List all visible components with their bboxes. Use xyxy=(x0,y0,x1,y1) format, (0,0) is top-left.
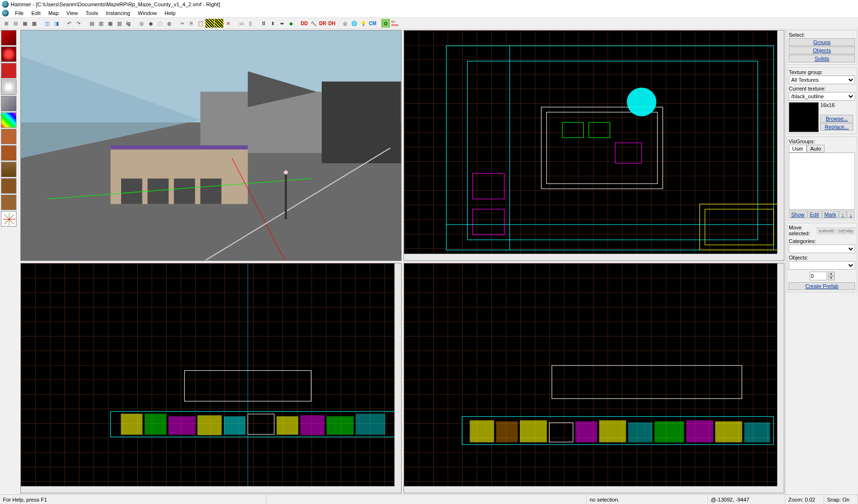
cordon-new-icon[interactable]: ◎ xyxy=(137,19,146,28)
ig-label-icon[interactable]: ig xyxy=(124,19,133,28)
visgroup-show-button[interactable]: Show xyxy=(789,211,807,218)
world-icon[interactable]: 🌐 xyxy=(350,19,359,28)
svg-rect-19 xyxy=(285,173,287,219)
tl-icon[interactable]: tl xyxy=(259,19,268,28)
svg-rect-60 xyxy=(744,422,769,442)
viewport-right[interactable] xyxy=(404,263,785,494)
redo-icon[interactable]: ↷ xyxy=(74,19,83,28)
decal-tool[interactable] xyxy=(1,145,16,161)
svg-rect-34 xyxy=(615,143,641,163)
viewport-3d[interactable] xyxy=(20,30,402,261)
toworld-button[interactable]: toWorld xyxy=(817,228,836,234)
cut-icon[interactable]: ✂ xyxy=(178,19,187,28)
status-selection: no selection. xyxy=(587,495,708,504)
toggle-select-icon[interactable]: ▧ xyxy=(115,19,124,28)
radius-icon[interactable]: ◍ xyxy=(165,19,173,28)
menu-help[interactable]: Help xyxy=(161,10,179,16)
scrollbar-v[interactable] xyxy=(777,263,784,487)
toggle-group-icon[interactable]: ▤ xyxy=(87,19,96,28)
visgroup-tab-auto[interactable]: Auto xyxy=(807,145,825,153)
hazard-icon[interactable] xyxy=(205,19,214,28)
dd-icon[interactable]: DD xyxy=(300,19,309,28)
select-solids-button[interactable]: Solids xyxy=(789,55,855,62)
toggle-cordon-icon[interactable]: ▥ xyxy=(96,19,105,28)
menu-tools[interactable]: Tools xyxy=(82,10,102,16)
scrollbar-h[interactable] xyxy=(404,486,778,493)
cordon-del-icon[interactable]: ◌ xyxy=(156,19,164,28)
visgroup-tab-user[interactable]: User xyxy=(789,145,807,153)
overlay-tool[interactable] xyxy=(1,162,16,177)
browse-button[interactable]: Browse... xyxy=(820,115,853,122)
cm-icon[interactable]: CM xyxy=(368,19,377,28)
visgroup-up-button[interactable]: ↑ xyxy=(839,211,847,218)
carve-icon[interactable]: ◫ xyxy=(43,19,51,28)
apply-texture-tool[interactable] xyxy=(1,129,16,144)
grid-larger-icon[interactable]: ⊟ xyxy=(11,19,20,28)
entity-tool[interactable] xyxy=(1,79,16,95)
menu-window[interactable]: Window xyxy=(135,10,160,16)
cordon-edit-icon[interactable]: ◉ xyxy=(146,19,155,28)
paste-icon[interactable]: 📋 xyxy=(196,19,205,28)
menu-file[interactable]: File xyxy=(12,10,27,16)
objects-select[interactable] xyxy=(789,261,855,270)
dr-icon[interactable]: DR xyxy=(318,19,327,28)
visgroups-list[interactable] xyxy=(789,153,855,210)
cross-icon[interactable]: ✕ xyxy=(224,19,233,28)
sel-center-icon[interactable]: ▯ xyxy=(246,19,255,28)
copy-icon[interactable]: ⎘ xyxy=(187,19,196,28)
sprinkle-icon[interactable]: ✿ xyxy=(381,19,390,28)
render-mode-icon[interactable]: ◆ xyxy=(287,19,296,28)
texture-tool[interactable] xyxy=(1,112,16,128)
nodraw-icon[interactable]: nodraw xyxy=(390,19,399,28)
select-groups-button[interactable]: Groups xyxy=(789,38,855,46)
faces-input[interactable] xyxy=(810,272,827,280)
scrollbar-v[interactable] xyxy=(777,31,784,254)
hazard2-icon[interactable] xyxy=(215,19,223,28)
grid-3d-icon[interactable]: ▩ xyxy=(30,19,38,28)
camera-tool[interactable] xyxy=(1,63,16,78)
viewport-top[interactable] xyxy=(404,30,785,261)
sel-bounds-icon[interactable]: ▭ xyxy=(237,19,246,28)
align-icon[interactable]: ⬌ xyxy=(278,19,286,28)
scrollbar-h[interactable] xyxy=(404,254,778,260)
menu-instancing[interactable]: Instancing xyxy=(102,10,133,16)
toggle-helpers-icon[interactable]: ▦ xyxy=(106,19,114,28)
group-icon[interactable]: ◨ xyxy=(52,19,61,28)
curtex-select[interactable]: /black_outline xyxy=(789,92,855,101)
magnify-tool[interactable] xyxy=(1,46,16,62)
scrollbar-h[interactable] xyxy=(21,486,394,493)
tw-icon[interactable]: ⬍ xyxy=(268,19,277,28)
selection-tool[interactable] xyxy=(1,30,16,46)
svg-rect-53 xyxy=(549,422,573,442)
replace-button[interactable]: Replace... xyxy=(820,123,853,131)
visgroup-edit-button[interactable]: Edit xyxy=(808,211,822,218)
toentity-button[interactable]: toEntity xyxy=(837,228,855,234)
hammer-icon[interactable]: 🔨 xyxy=(309,19,318,28)
faces-dec-button[interactable]: ▼ xyxy=(828,276,835,280)
clip-tool[interactable] xyxy=(1,178,16,194)
block-tool[interactable] xyxy=(1,96,16,111)
viewport-front[interactable] xyxy=(20,263,402,494)
select-objects-button[interactable]: Objects xyxy=(789,46,855,54)
texgroup-select[interactable]: All Textures xyxy=(789,76,855,84)
grid-toggle-icon[interactable]: ▦ xyxy=(20,19,29,28)
vertex-tool[interactable] xyxy=(1,195,16,210)
faces-inc-button[interactable]: ▲ xyxy=(828,272,835,276)
undo-icon[interactable]: ↶ xyxy=(65,19,74,28)
title-bar: Hammer - [C:\Users\Seanm\Documents\MazeR… xyxy=(0,0,858,9)
dh-icon[interactable]: DH xyxy=(328,19,336,28)
menu-view[interactable]: View xyxy=(63,10,81,16)
svg-rect-46 xyxy=(327,416,353,434)
portal-icon[interactable]: ◎ xyxy=(341,19,349,28)
create-prefab-button[interactable]: Create Prefab xyxy=(789,282,855,290)
menu-edit[interactable]: Edit xyxy=(28,10,44,16)
light-icon[interactable]: 💡 xyxy=(359,19,368,28)
grid-smaller-icon[interactable]: ⊞ xyxy=(2,19,11,28)
visgroup-down-button[interactable]: ↓ xyxy=(847,211,855,218)
menu-map[interactable]: Map xyxy=(45,10,62,16)
svg-rect-59 xyxy=(715,421,741,442)
visgroup-mark-button[interactable]: Mark xyxy=(822,211,839,218)
path-tool[interactable] xyxy=(1,211,16,227)
categories-select[interactable] xyxy=(789,244,855,253)
scrollbar-v[interactable] xyxy=(394,263,401,487)
